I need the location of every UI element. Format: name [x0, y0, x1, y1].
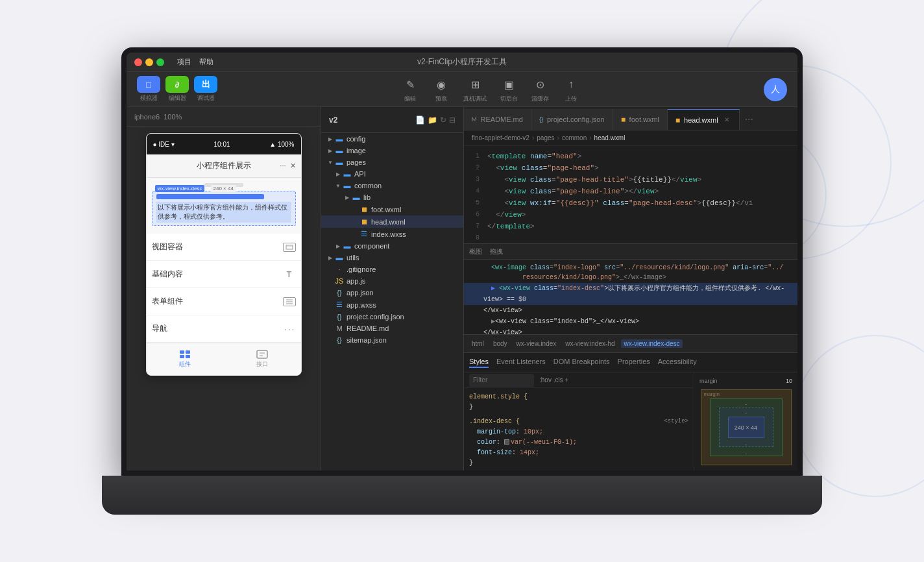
tree-arrow-api: ▶	[334, 171, 342, 177]
styles-area: Styles Event Listeners DOM Breakpoints P…	[464, 353, 797, 470]
upload-action[interactable]: ↑ 上传	[562, 75, 580, 103]
list-item-form[interactable]: 表单组件	[147, 288, 301, 315]
tree-item-pages[interactable]: ▼ ▬ pages	[321, 156, 463, 168]
tab-head-wxml[interactable]: ◼ head.wxml ✕	[668, 109, 740, 130]
tree-arrow-image: ▶	[326, 148, 334, 154]
tree-item-sitemap[interactable]: {} sitemap.json	[321, 334, 463, 346]
folder-icon-api: ▬	[342, 170, 352, 178]
tree-item-readme[interactable]: M README.md	[321, 323, 463, 334]
user-avatar[interactable]: 人	[764, 78, 787, 101]
tree-item-app-js[interactable]: JS app.js	[321, 275, 463, 287]
inspector-tag-body[interactable]: body	[491, 339, 510, 348]
tab-more[interactable]: ···	[740, 109, 759, 130]
html-num-1	[464, 263, 483, 282]
tab-components[interactable]: 组件	[147, 350, 224, 369]
inspector-tag-wx-view-desc[interactable]: wx-view.index-desc	[621, 339, 682, 348]
list-item-views[interactable]: 视图容器	[147, 234, 301, 261]
inspector-tag-wx-view-index[interactable]: wx-view.index	[514, 339, 559, 348]
menu-project[interactable]: 项目	[177, 57, 191, 67]
toolbar-right: 人	[764, 78, 787, 101]
clear-cache-action[interactable]: ⊙ 清缓存	[531, 75, 549, 103]
tree-label-lib: lib	[363, 193, 371, 201]
tree-item-component[interactable]: ▶ ▬ component	[321, 240, 463, 252]
close-button[interactable]	[134, 58, 142, 66]
tree-item-app-json[interactable]: {} app.json	[321, 287, 463, 299]
file-icon-sitemap: {}	[334, 336, 345, 344]
preview-action[interactable]: ◉ 预览	[432, 75, 450, 103]
maximize-button[interactable]	[156, 58, 164, 66]
app-title: 小程序组件展示	[197, 160, 251, 171]
tab-readme[interactable]: M README.md	[464, 109, 531, 130]
tree-arrow-config: ▶	[326, 136, 334, 142]
tree-label-common: common	[354, 182, 382, 189]
html-preview-tabs: 概图 拖拽	[464, 244, 797, 260]
menu-help[interactable]: 帮助	[199, 57, 213, 67]
simulate-button[interactable]: □ 模拟器	[137, 76, 160, 103]
nav-more[interactable]: ···	[280, 162, 286, 170]
box-padding-bottom: -	[745, 441, 747, 447]
tab-api[interactable]: 接口	[224, 350, 301, 369]
tree-item-api[interactable]: ▶ ▬ API	[321, 168, 463, 180]
tab-foot-wxml[interactable]: ◼ foot.wxml	[613, 109, 668, 130]
tab-close-head-wxml[interactable]: ✕	[722, 116, 731, 125]
tab-event-listeners[interactable]: Event Listeners	[496, 358, 546, 368]
tree-item-app-wxss[interactable]: ☰ app.wxss	[321, 299, 463, 311]
inspector-tag-html[interactable]: html	[469, 339, 487, 348]
list-item-basic[interactable]: 基础内容 T	[147, 261, 301, 288]
code-area[interactable]: 1 <template name="head"> 2 <view class="…	[464, 146, 797, 243]
bottom-code-area[interactable]: <wx-image class="index-logo" src="../res…	[464, 260, 797, 335]
file-tree-header: v2 📄 📁 ↻ ⊟	[321, 107, 463, 133]
styles-tabs-row: Styles Event Listeners DOM Breakpoints P…	[469, 358, 792, 368]
file-icon-gitignore: ·	[334, 265, 345, 273]
tree-item-foot-wxml[interactable]: ◼ foot.wxml	[321, 203, 463, 215]
collapse-icon[interactable]: ⊟	[449, 116, 456, 125]
tree-item-config[interactable]: ▶ ▬ config	[321, 133, 463, 145]
tree-label-config: config	[346, 135, 365, 143]
debug-button[interactable]: 出 调试器	[194, 76, 217, 103]
tree-item-gitignore[interactable]: · .gitignore	[321, 263, 463, 275]
line-content-3: <view class="page-head-title">{{title}}<…	[487, 175, 797, 186]
box-border-bottom: -	[745, 450, 747, 456]
tab-project-config[interactable]: {} project.config.json	[531, 109, 613, 130]
new-folder-icon[interactable]: 📁	[428, 116, 437, 125]
background-icon: ▣	[500, 75, 518, 93]
css-close-index-desc: }	[469, 458, 688, 469]
simulator-panel: iphone6 100% ● IDE ▾ 10:01 ▲ 100%	[127, 107, 321, 470]
html-content-7: </wx-view>	[483, 328, 797, 335]
background-action[interactable]: ▣ 切后台	[500, 75, 518, 103]
box-model-diagram: margin border - padding -	[701, 389, 792, 465]
inspector-tag-wx-view-hd[interactable]: wx-view.index-hd	[563, 339, 617, 348]
nav-close[interactable]: ✕	[290, 162, 296, 170]
styles-filter-input[interactable]	[469, 374, 534, 387]
svg-rect-5	[180, 350, 184, 354]
tree-item-image[interactable]: ▶ ▬ image	[321, 145, 463, 156]
svg-rect-6	[186, 350, 190, 354]
refresh-icon[interactable]: ↻	[440, 116, 446, 125]
tab-styles[interactable]: Styles	[469, 358, 489, 368]
tab-label-foot-wxml: foot.wxml	[629, 116, 659, 123]
minimize-button[interactable]	[145, 58, 153, 66]
tree-item-project-config[interactable]: {} project.config.json	[321, 311, 463, 323]
tree-item-common[interactable]: ▼ ▬ common	[321, 180, 463, 191]
editor-button[interactable]: ∂ 编辑器	[165, 76, 189, 103]
clear-cache-label: 清缓存	[531, 95, 549, 103]
tree-label-utils: utils	[346, 254, 359, 262]
tab-properties[interactable]: Properties	[618, 358, 650, 368]
tree-item-index-wxss[interactable]: ☰ index.wxss	[321, 228, 463, 240]
tree-item-utils[interactable]: ▶ ▬ utils	[321, 252, 463, 263]
simulate-label: 模拟器	[140, 94, 158, 103]
tab-accessibility[interactable]: Accessibility	[658, 358, 697, 368]
edit-action[interactable]: ✎ 编辑	[401, 75, 419, 103]
upload-icon: ↑	[562, 75, 580, 93]
tab-dom-breakpoints[interactable]: DOM Breakpoints	[553, 358, 610, 368]
device-debug-action[interactable]: ⊞ 真机调试	[463, 75, 487, 103]
new-file-icon[interactable]: 📄	[415, 116, 425, 125]
folder-icon-component: ▬	[342, 242, 352, 250]
line-num-6: 6	[464, 210, 487, 221]
element-label: wx-view.index-desc	[155, 185, 205, 192]
tree-item-lib[interactable]: ▶ ▬ lib	[321, 191, 463, 203]
tree-label-foot-wxml: foot.wxml	[371, 206, 401, 214]
list-item-nav[interactable]: 导航 ···	[147, 315, 301, 343]
tree-item-head-wxml[interactable]: ◼ head.wxml	[321, 215, 463, 228]
line-content-6: </view>	[487, 210, 797, 221]
